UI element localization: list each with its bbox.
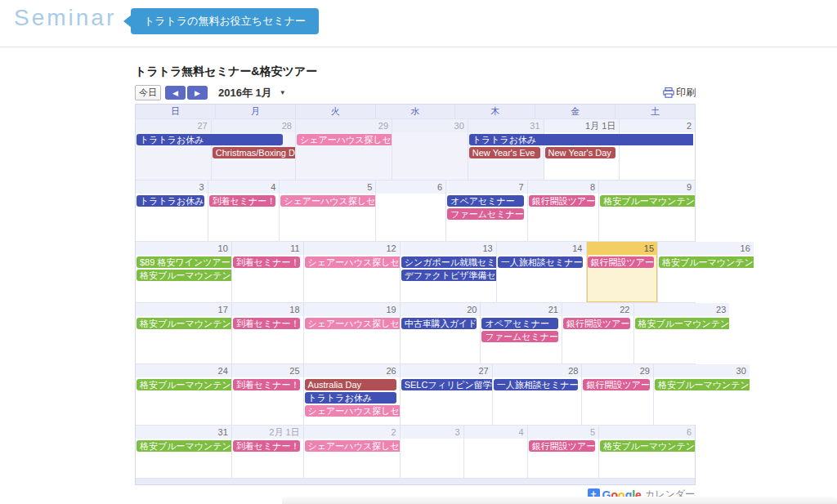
calendar-cell[interactable]: 29銀行開設ツアー xyxy=(581,364,653,425)
cell-events: トラトラお休み xyxy=(136,132,211,145)
calendar-cell[interactable]: 11到着セミナー！ xyxy=(231,242,303,302)
calendar-cell[interactable]: 1月 1日New Year's Day xyxy=(544,119,620,180)
calendar-cell[interactable]: 22銀行開設ツアー xyxy=(562,303,633,364)
event-bar[interactable]: シンガポール就職セミ xyxy=(401,256,496,268)
calendar-cell[interactable]: 3 xyxy=(400,426,463,478)
calendar-cell[interactable]: 17格安ブルーマウンテン xyxy=(136,303,231,364)
event-bar[interactable]: 銀行開設ツアー xyxy=(529,195,596,207)
event-bar[interactable]: シェアーハウス探しセ xyxy=(305,440,400,452)
calendar-cell[interactable]: 16格安ブルーマウンテン xyxy=(657,242,754,302)
calendar-cell[interactable]: 7オペアセミナーファームセミナー xyxy=(445,181,527,241)
event-bar[interactable]: トラトラお休み xyxy=(305,392,396,404)
event-bar[interactable]: シェアーハウス探しセ xyxy=(280,195,375,207)
calendar-cell[interactable]: 31格安ブルーマウンテン xyxy=(136,426,231,478)
event-bar[interactable]: 到着セミナー！ xyxy=(233,256,300,268)
calendar-cell[interactable]: 6 xyxy=(375,181,445,241)
print-button[interactable]: 印刷 xyxy=(663,86,696,100)
event-bar[interactable]: トラトラお休み xyxy=(137,134,283,145)
event-bar[interactable]: 一人旅相談セミナー xyxy=(494,379,579,390)
event-bar[interactable]: シェアーハウス探しセ xyxy=(297,134,392,145)
event-bar[interactable]: 格安ブルーマウンテン xyxy=(137,379,231,390)
calendar-cell[interactable]: 28Christmas/Boxing D xyxy=(211,119,295,180)
prev-month-button[interactable]: ◀ xyxy=(165,86,186,100)
cell-events: 中古車購入ガイド xyxy=(401,316,481,329)
event-bar[interactable]: ファームセミナー xyxy=(481,331,558,342)
calendar-cell[interactable]: 28一人旅相談セミナー xyxy=(492,364,582,425)
calendar-cell[interactable]: 6格安ブルーマウンテン xyxy=(598,426,695,478)
event-bar[interactable]: 格安ブルーマウンテン xyxy=(655,379,750,390)
event-bar[interactable]: 銀行開設ツアー xyxy=(588,256,655,268)
event-bar[interactable]: 一人旅相談セミナー xyxy=(498,256,583,268)
calendar-cell[interactable]: 30格安ブルーマウンテン xyxy=(653,364,750,425)
event-bar[interactable]: 到着セミナー！ xyxy=(233,379,300,390)
event-bar[interactable]: 格安ブルーマウンテン xyxy=(659,256,754,268)
event-bar[interactable]: 到着セミナー！ xyxy=(233,318,300,329)
event-bar[interactable]: $89 格安ワインツアー xyxy=(137,256,231,268)
calendar-cell[interactable]: 9格安ブルーマウンテン xyxy=(598,181,695,241)
event-bar[interactable]: 到着セミナー！ xyxy=(209,195,276,207)
event-bar[interactable]: シェアーハウス探しセ xyxy=(305,405,400,417)
event-bar[interactable]: 銀行開設ツアー xyxy=(529,440,596,452)
next-month-button[interactable]: ▶ xyxy=(187,86,208,100)
calendar-cell[interactable]: 3トラトラお休み xyxy=(136,181,208,241)
calendar-cell[interactable]: 4 xyxy=(463,426,527,478)
calendar-cell[interactable]: 25到着セミナー！ xyxy=(231,364,303,425)
event-bar[interactable]: オペアセミナー xyxy=(447,195,524,207)
calendar-cell[interactable]: 26Australia Dayトラトラお休みシェアーハウス探しセ xyxy=(303,364,400,425)
calendar-cell[interactable]: 24格安ブルーマウンテン xyxy=(136,364,231,425)
calendar-cell[interactable]: 20中古車購入ガイド xyxy=(400,303,481,364)
calendar-cell[interactable]: 23格安ブルーマウンテン xyxy=(633,303,730,364)
calendar-cell[interactable]: 27SELCフィリピン留学 xyxy=(400,364,492,425)
event-bar[interactable]: シェアーハウス探しセ xyxy=(305,318,400,329)
event-bar[interactable]: デファクトビザ準備セ xyxy=(401,270,496,281)
event-bar[interactable]: 格安ブルーマウンテン xyxy=(600,195,695,207)
cell-events: シェアーハウス探しセ xyxy=(304,439,400,452)
event-bar[interactable]: トラトラお休み xyxy=(469,134,693,145)
calendar-cell[interactable]: 31トラトラお休みNew Year's Eve xyxy=(468,119,544,180)
cell-date: 3 xyxy=(401,426,463,439)
calendar-cell[interactable]: 10$89 格安ワインツアー格安ブルーマウンテン xyxy=(136,242,231,302)
event-bar[interactable]: New Year's Day xyxy=(545,147,616,158)
cell-date: 19 xyxy=(304,303,400,316)
event-bar[interactable]: Australia Day xyxy=(305,379,396,390)
calendar-cell[interactable]: 15銀行開設ツアー xyxy=(586,242,658,302)
event-bar[interactable]: シェアーハウス探しセ xyxy=(305,256,400,268)
month-dropdown-caret-icon[interactable]: ▼ xyxy=(280,89,286,96)
month-label[interactable]: 2016年 1月 xyxy=(218,86,272,100)
calendar-cell[interactable]: 18到着セミナー！ xyxy=(231,303,303,364)
event-bar[interactable]: 中古車購入ガイド xyxy=(401,318,477,329)
event-bar[interactable]: 到着セミナー！ xyxy=(233,440,300,452)
event-bar[interactable]: Christmas/Boxing D xyxy=(213,147,295,158)
calendar-cell[interactable]: 2 xyxy=(619,119,695,180)
calendar-cell[interactable]: 29シェアーハウス探しセ xyxy=(295,119,392,180)
calendar-cell[interactable]: 14一人旅相談セミナー xyxy=(496,242,586,302)
event-bar[interactable]: オペアセミナー xyxy=(481,318,558,329)
event-bar[interactable]: 格安ブルーマウンテン xyxy=(137,318,231,329)
event-bar[interactable]: ファームセミナー xyxy=(447,208,524,220)
event-bar[interactable]: 格安ブルーマウンテン xyxy=(137,440,231,452)
cell-date: 30 xyxy=(392,119,468,132)
today-button[interactable]: 今日 xyxy=(135,85,161,100)
calendar-cell[interactable]: 12シェアーハウス探しセ xyxy=(303,242,400,302)
calendar-cell[interactable]: 27トラトラお休み xyxy=(136,119,211,180)
event-bar[interactable]: 銀行開設ツアー xyxy=(583,379,650,390)
calendar-cell[interactable]: 5銀行開設ツアー xyxy=(527,426,599,478)
calendar-cell[interactable]: 8銀行開設ツアー xyxy=(527,181,599,241)
event-bar[interactable]: New Year's Eve xyxy=(469,147,540,158)
event-bar[interactable]: 格安ブルーマウンテン xyxy=(635,318,730,329)
calendar-cell[interactable]: 30 xyxy=(392,119,468,180)
event-bar[interactable]: トラトラお休み xyxy=(137,195,204,207)
cell-date: 28 xyxy=(212,119,295,132)
calendar-cell[interactable]: 4到着セミナー！ xyxy=(208,181,280,241)
cell-events: 到着セミナー！ xyxy=(232,377,303,390)
calendar-cell[interactable]: 21オペアセミナーファームセミナー xyxy=(480,303,562,364)
event-bar[interactable]: 銀行開設ツアー xyxy=(563,318,630,329)
calendar-cell[interactable]: 19シェアーハウス探しセ xyxy=(303,303,400,364)
calendar-cell[interactable]: 5シェアーハウス探しセ xyxy=(279,181,375,241)
calendar-cell[interactable]: 13シンガポール就職セミデファクトビザ準備セ xyxy=(400,242,496,302)
event-bar[interactable]: SELCフィリピン留学 xyxy=(401,379,492,390)
event-bar[interactable]: 格安ブルーマウンテン xyxy=(600,440,695,452)
event-bar[interactable]: 格安ブルーマウンテン xyxy=(137,270,231,281)
calendar-cell[interactable]: 2シェアーハウス探しセ xyxy=(303,426,400,478)
calendar-cell[interactable]: 2月 1日到着セミナー！ xyxy=(231,426,303,478)
